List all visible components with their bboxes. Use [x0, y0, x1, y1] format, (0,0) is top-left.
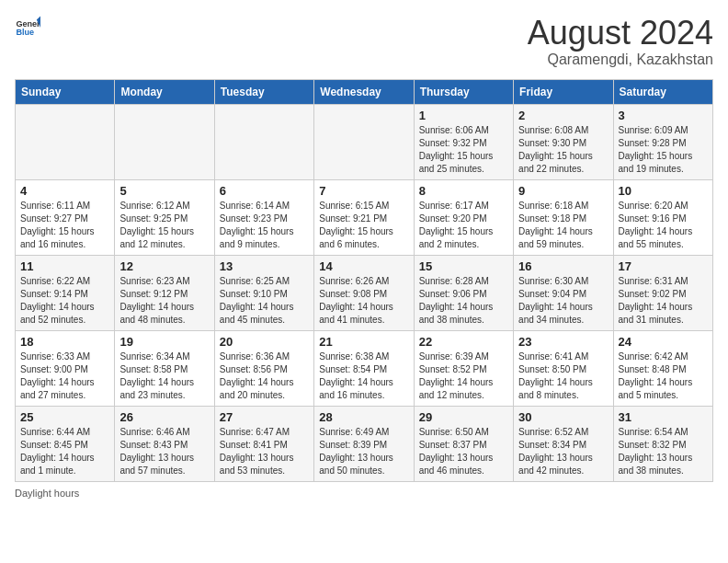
- day-number: 8: [419, 184, 508, 198]
- calendar-cell: 12Sunrise: 6:23 AM Sunset: 9:12 PM Dayli…: [115, 255, 214, 330]
- calendar-cell: 29Sunrise: 6:50 AM Sunset: 8:37 PM Dayli…: [414, 406, 513, 481]
- calendar-cell: 13Sunrise: 6:25 AM Sunset: 9:10 PM Dayli…: [214, 255, 313, 330]
- day-info: Sunrise: 6:20 AM Sunset: 9:16 PM Dayligh…: [619, 201, 693, 249]
- calendar-cell: 22Sunrise: 6:39 AM Sunset: 8:52 PM Dayli…: [414, 330, 513, 406]
- calendar-cell: [314, 104, 414, 179]
- day-info: Sunrise: 6:11 AM Sunset: 9:27 PM Dayligh…: [20, 201, 95, 249]
- day-number: 27: [220, 410, 309, 424]
- calendar-cell: 26Sunrise: 6:46 AM Sunset: 8:43 PM Dayli…: [115, 406, 214, 481]
- title-area: August 2024 Qaramengdi, Kazakhstan: [528, 15, 713, 68]
- weekday-header: Sunday: [16, 79, 115, 104]
- weekday-header: Wednesday: [314, 79, 414, 104]
- logo: General Blue: [15, 15, 40, 40]
- day-info: Sunrise: 6:18 AM Sunset: 9:18 PM Dayligh…: [518, 201, 593, 249]
- calendar-cell: [214, 104, 313, 179]
- logo-icon: General Blue: [15, 15, 40, 40]
- calendar-cell: 4Sunrise: 6:11 AM Sunset: 9:27 PM Daylig…: [16, 179, 115, 255]
- calendar-cell: 18Sunrise: 6:33 AM Sunset: 9:00 PM Dayli…: [16, 330, 115, 406]
- calendar-cell: 23Sunrise: 6:41 AM Sunset: 8:50 PM Dayli…: [514, 330, 613, 406]
- day-number: 21: [319, 335, 408, 349]
- day-number: 24: [619, 335, 708, 349]
- calendar-week-row: 11Sunrise: 6:22 AM Sunset: 9:14 PM Dayli…: [16, 255, 713, 330]
- weekday-header: Saturday: [613, 79, 712, 104]
- day-number: 12: [119, 259, 209, 273]
- calendar-cell: 20Sunrise: 6:36 AM Sunset: 8:56 PM Dayli…: [214, 330, 313, 406]
- day-info: Sunrise: 6:14 AM Sunset: 9:23 PM Dayligh…: [220, 201, 294, 249]
- day-number: 11: [20, 259, 109, 273]
- day-info: Sunrise: 6:15 AM Sunset: 9:21 PM Dayligh…: [319, 201, 393, 249]
- subtitle: Qaramengdi, Kazakhstan: [528, 52, 713, 68]
- day-info: Sunrise: 6:52 AM Sunset: 8:34 PM Dayligh…: [518, 427, 593, 476]
- calendar-cell: 16Sunrise: 6:30 AM Sunset: 9:04 PM Dayli…: [514, 255, 613, 330]
- day-number: 4: [20, 184, 109, 198]
- day-info: Sunrise: 6:39 AM Sunset: 8:52 PM Dayligh…: [419, 351, 494, 400]
- day-info: Sunrise: 6:36 AM Sunset: 8:56 PM Dayligh…: [220, 351, 294, 400]
- calendar-cell: 6Sunrise: 6:14 AM Sunset: 9:23 PM Daylig…: [214, 179, 313, 255]
- day-number: 31: [619, 410, 708, 424]
- calendar-cell: 1Sunrise: 6:06 AM Sunset: 9:32 PM Daylig…: [414, 104, 513, 179]
- day-number: 17: [619, 259, 708, 273]
- calendar-table: SundayMondayTuesdayWednesdayThursdayFrid…: [15, 79, 713, 482]
- svg-text:Blue: Blue: [16, 28, 34, 37]
- day-number: 9: [518, 184, 608, 198]
- day-info: Sunrise: 6:44 AM Sunset: 8:45 PM Dayligh…: [20, 427, 95, 476]
- day-info: Sunrise: 6:09 AM Sunset: 9:28 PM Dayligh…: [619, 125, 693, 174]
- day-info: Sunrise: 6:33 AM Sunset: 9:00 PM Dayligh…: [20, 351, 95, 400]
- day-number: 25: [20, 410, 109, 424]
- day-number: 7: [319, 184, 408, 198]
- day-number: 28: [319, 410, 408, 424]
- calendar-cell: 15Sunrise: 6:28 AM Sunset: 9:06 PM Dayli…: [414, 255, 513, 330]
- day-info: Sunrise: 6:46 AM Sunset: 8:43 PM Dayligh…: [119, 427, 194, 476]
- day-number: 13: [220, 259, 309, 273]
- day-info: Sunrise: 6:50 AM Sunset: 8:37 PM Dayligh…: [419, 427, 494, 476]
- calendar-cell: 14Sunrise: 6:26 AM Sunset: 9:08 PM Dayli…: [314, 255, 414, 330]
- day-info: Sunrise: 6:31 AM Sunset: 9:02 PM Dayligh…: [619, 276, 693, 325]
- calendar-cell: 25Sunrise: 6:44 AM Sunset: 8:45 PM Dayli…: [16, 406, 115, 481]
- day-number: 19: [119, 335, 209, 349]
- main-title: August 2024: [528, 15, 713, 52]
- calendar-cell: [115, 104, 214, 179]
- day-info: Sunrise: 6:28 AM Sunset: 9:06 PM Dayligh…: [419, 276, 494, 325]
- day-number: 1: [419, 109, 508, 122]
- day-info: Sunrise: 6:08 AM Sunset: 9:30 PM Dayligh…: [518, 125, 593, 174]
- calendar-cell: 19Sunrise: 6:34 AM Sunset: 8:58 PM Dayli…: [115, 330, 214, 406]
- day-number: 3: [619, 109, 708, 122]
- calendar-cell: 24Sunrise: 6:42 AM Sunset: 8:48 PM Dayli…: [613, 330, 712, 406]
- weekday-header: Thursday: [414, 79, 513, 104]
- calendar-week-row: 25Sunrise: 6:44 AM Sunset: 8:45 PM Dayli…: [16, 406, 713, 481]
- day-number: 29: [419, 410, 508, 424]
- day-number: 15: [419, 259, 508, 273]
- calendar-cell: 27Sunrise: 6:47 AM Sunset: 8:41 PM Dayli…: [214, 406, 313, 481]
- calendar-cell: 10Sunrise: 6:20 AM Sunset: 9:16 PM Dayli…: [613, 179, 712, 255]
- day-number: 16: [518, 259, 608, 273]
- calendar-cell: 30Sunrise: 6:52 AM Sunset: 8:34 PM Dayli…: [514, 406, 613, 481]
- day-number: 26: [119, 410, 209, 424]
- calendar-cell: 31Sunrise: 6:54 AM Sunset: 8:32 PM Dayli…: [613, 406, 712, 481]
- calendar-cell: 8Sunrise: 6:17 AM Sunset: 9:20 PM Daylig…: [414, 179, 513, 255]
- calendar-cell: [16, 104, 115, 179]
- day-info: Sunrise: 6:41 AM Sunset: 8:50 PM Dayligh…: [518, 351, 593, 400]
- header-row: SundayMondayTuesdayWednesdayThursdayFrid…: [16, 79, 713, 104]
- calendar-cell: 17Sunrise: 6:31 AM Sunset: 9:02 PM Dayli…: [613, 255, 712, 330]
- weekday-header: Friday: [514, 79, 613, 104]
- day-info: Sunrise: 6:25 AM Sunset: 9:10 PM Dayligh…: [220, 276, 294, 325]
- day-number: 2: [518, 109, 608, 122]
- day-number: 6: [220, 184, 309, 198]
- day-info: Sunrise: 6:12 AM Sunset: 9:25 PM Dayligh…: [119, 201, 194, 249]
- day-number: 23: [518, 335, 608, 349]
- calendar-cell: 9Sunrise: 6:18 AM Sunset: 9:18 PM Daylig…: [514, 179, 613, 255]
- day-number: 30: [518, 410, 608, 424]
- day-number: 22: [419, 335, 508, 349]
- day-info: Sunrise: 6:22 AM Sunset: 9:14 PM Dayligh…: [20, 276, 95, 325]
- calendar-cell: 28Sunrise: 6:49 AM Sunset: 8:39 PM Dayli…: [314, 406, 414, 481]
- calendar-week-row: 4Sunrise: 6:11 AM Sunset: 9:27 PM Daylig…: [16, 179, 713, 255]
- day-info: Sunrise: 6:38 AM Sunset: 8:54 PM Dayligh…: [319, 351, 393, 400]
- day-info: Sunrise: 6:54 AM Sunset: 8:32 PM Dayligh…: [619, 427, 693, 476]
- day-number: 10: [619, 184, 708, 198]
- svg-text:General: General: [16, 19, 40, 29]
- day-info: Sunrise: 6:42 AM Sunset: 8:48 PM Dayligh…: [619, 351, 693, 400]
- day-info: Sunrise: 6:47 AM Sunset: 8:41 PM Dayligh…: [220, 427, 294, 476]
- day-number: 18: [20, 335, 109, 349]
- calendar-cell: 3Sunrise: 6:09 AM Sunset: 9:28 PM Daylig…: [613, 104, 712, 179]
- day-info: Sunrise: 6:30 AM Sunset: 9:04 PM Dayligh…: [518, 276, 593, 325]
